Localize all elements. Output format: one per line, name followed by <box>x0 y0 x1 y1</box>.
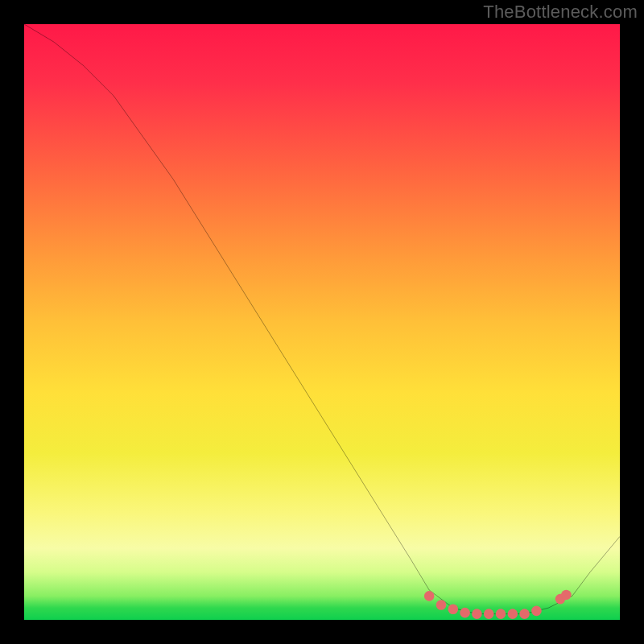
chart-frame: TheBottleneck.com <box>0 0 644 644</box>
watermark-text: TheBottleneck.com <box>483 2 638 23</box>
plot-gradient-area <box>24 24 620 620</box>
